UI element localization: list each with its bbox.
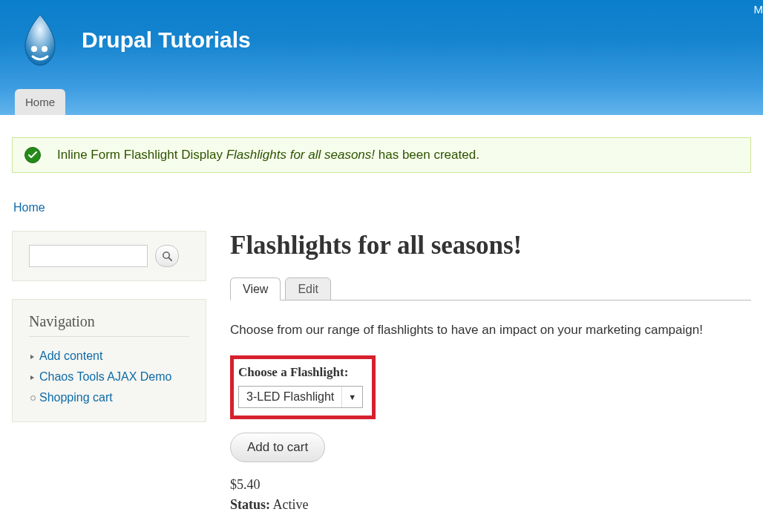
breadcrumb-home[interactable]: Home xyxy=(13,201,45,214)
svg-point-0 xyxy=(31,46,37,52)
flashlight-select[interactable]: 3-LED Flashlight ▼ xyxy=(238,386,363,408)
variant-highlight: Choose a Flashlight: 3-LED Flashlight ▼ xyxy=(230,355,376,419)
navigation-block: Navigation Add content Chaos Tools AJAX … xyxy=(12,299,206,422)
nav-block-title: Navigation xyxy=(29,313,189,337)
product-status: Status: Active xyxy=(230,497,751,513)
nav-item-add-content[interactable]: Add content xyxy=(29,346,189,367)
nav-link[interactable]: Shopping cart xyxy=(39,391,113,404)
main-content: Flashlights for all seasons! View Edit C… xyxy=(230,231,751,513)
status-text: Inline Form Flashlight Display Flashligh… xyxy=(57,148,479,162)
product-description: Choose from our range of flashlights to … xyxy=(230,323,751,338)
nav-link[interactable]: Chaos Tools AJAX Demo xyxy=(39,370,171,383)
status-message: Inline Form Flashlight Display Flashligh… xyxy=(12,137,751,173)
add-to-cart-button[interactable]: Add to cart xyxy=(230,433,325,462)
sidebar: Navigation Add content Chaos Tools AJAX … xyxy=(12,231,206,440)
site-header: M Drupal Tutorials Home xyxy=(0,0,763,115)
search-button[interactable] xyxy=(155,245,179,267)
nav-item-shopping-cart[interactable]: Shopping cart xyxy=(29,387,189,408)
tab-edit[interactable]: Edit xyxy=(285,278,331,301)
nav-link[interactable]: Add content xyxy=(39,349,102,362)
nav-tab-home[interactable]: Home xyxy=(15,89,65,115)
search-block xyxy=(12,231,206,281)
select-value: 3-LED Flashlight xyxy=(239,390,341,404)
choose-flashlight-label: Choose a Flashlight: xyxy=(238,365,363,380)
page-title: Flashlights for all seasons! xyxy=(230,231,751,260)
chevron-down-icon: ▼ xyxy=(341,387,362,407)
tab-view[interactable]: View xyxy=(230,278,281,301)
svg-line-3 xyxy=(168,257,171,260)
site-title[interactable]: Drupal Tutorials xyxy=(82,27,251,53)
local-tabs: View Edit xyxy=(230,277,751,301)
product-price: $5.40 xyxy=(230,477,751,493)
success-check-icon xyxy=(24,147,41,163)
svg-point-1 xyxy=(42,46,48,52)
breadcrumb: Home xyxy=(13,201,751,214)
nav-item-chaos-tools[interactable]: Chaos Tools AJAX Demo xyxy=(29,367,189,387)
search-input[interactable] xyxy=(29,245,148,267)
drupal-logo[interactable] xyxy=(15,13,65,67)
top-right-fragment: M xyxy=(754,3,764,16)
search-icon xyxy=(162,251,172,261)
